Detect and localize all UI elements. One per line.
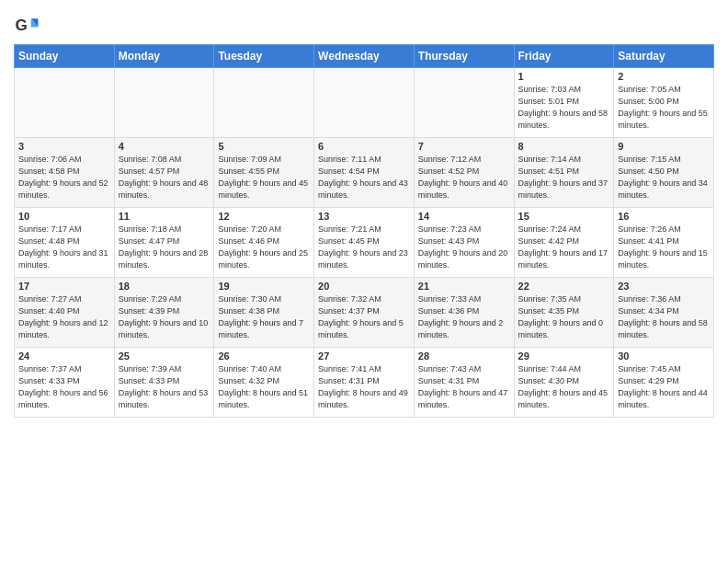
- calendar-cell: 30Sunrise: 7:45 AM Sunset: 4:29 PM Dayli…: [614, 348, 714, 418]
- calendar-cell: [414, 68, 514, 138]
- day-number: 11: [119, 211, 210, 222]
- calendar-cell: 14Sunrise: 7:23 AM Sunset: 4:43 PM Dayli…: [414, 208, 514, 278]
- calendar-cell: 15Sunrise: 7:24 AM Sunset: 4:42 PM Dayli…: [514, 208, 614, 278]
- day-number: 25: [119, 350, 210, 362]
- day-number: 6: [318, 141, 410, 152]
- col-header-wednesday: Wednesday: [314, 45, 415, 68]
- day-info: Sunrise: 7:30 AM Sunset: 4:38 PM Dayligh…: [218, 293, 310, 341]
- day-info: Sunrise: 7:44 AM Sunset: 4:30 PM Dayligh…: [518, 363, 610, 411]
- calendar-cell: 20Sunrise: 7:32 AM Sunset: 4:37 PM Dayli…: [314, 278, 415, 348]
- day-number: 26: [218, 350, 310, 362]
- col-header-saturday: Saturday: [614, 45, 714, 68]
- day-info: Sunrise: 7:15 AM Sunset: 4:50 PM Dayligh…: [618, 154, 710, 201]
- day-number: 16: [618, 211, 710, 222]
- day-number: 10: [18, 211, 110, 222]
- day-number: 13: [318, 211, 410, 222]
- calendar-cell: 29Sunrise: 7:44 AM Sunset: 4:30 PM Dayli…: [514, 348, 614, 418]
- calendar-cell: [314, 68, 415, 138]
- day-info: Sunrise: 7:17 AM Sunset: 4:48 PM Dayligh…: [18, 224, 110, 271]
- day-info: Sunrise: 7:08 AM Sunset: 4:57 PM Dayligh…: [119, 154, 210, 201]
- day-info: Sunrise: 7:32 AM Sunset: 4:37 PM Dayligh…: [318, 293, 410, 341]
- day-number: 28: [418, 350, 510, 362]
- day-number: 15: [518, 211, 610, 222]
- svg-text:G: G: [16, 17, 28, 34]
- col-header-thursday: Thursday: [414, 45, 514, 68]
- day-info: Sunrise: 7:21 AM Sunset: 4:45 PM Dayligh…: [318, 224, 410, 271]
- calendar-cell: [15, 68, 115, 138]
- day-info: Sunrise: 7:26 AM Sunset: 4:41 PM Dayligh…: [618, 224, 710, 271]
- calendar-cell: 2Sunrise: 7:05 AM Sunset: 5:00 PM Daylig…: [614, 68, 714, 138]
- calendar-cell: 8Sunrise: 7:14 AM Sunset: 4:51 PM Daylig…: [514, 138, 614, 208]
- day-info: Sunrise: 7:27 AM Sunset: 4:40 PM Dayligh…: [18, 293, 110, 341]
- calendar-cell: 22Sunrise: 7:35 AM Sunset: 4:35 PM Dayli…: [514, 278, 614, 348]
- day-info: Sunrise: 7:24 AM Sunset: 4:42 PM Dayligh…: [518, 224, 610, 271]
- calendar-cell: 26Sunrise: 7:40 AM Sunset: 4:32 PM Dayli…: [214, 348, 314, 418]
- day-number: 1: [518, 71, 610, 82]
- day-info: Sunrise: 7:14 AM Sunset: 4:51 PM Dayligh…: [518, 154, 610, 201]
- day-number: 18: [119, 281, 210, 292]
- calendar-cell: 3Sunrise: 7:06 AM Sunset: 4:58 PM Daylig…: [15, 138, 115, 208]
- day-number: 24: [18, 350, 110, 362]
- day-info: Sunrise: 7:11 AM Sunset: 4:54 PM Dayligh…: [318, 154, 410, 201]
- calendar-cell: 9Sunrise: 7:15 AM Sunset: 4:50 PM Daylig…: [614, 138, 714, 208]
- calendar-cell: 27Sunrise: 7:41 AM Sunset: 4:31 PM Dayli…: [314, 348, 415, 418]
- day-info: Sunrise: 7:37 AM Sunset: 4:33 PM Dayligh…: [18, 363, 110, 411]
- day-number: 8: [518, 141, 610, 152]
- calendar-cell: 19Sunrise: 7:30 AM Sunset: 4:38 PM Dayli…: [214, 278, 314, 348]
- calendar-cell: 24Sunrise: 7:37 AM Sunset: 4:33 PM Dayli…: [15, 348, 115, 418]
- day-info: Sunrise: 7:23 AM Sunset: 4:43 PM Dayligh…: [418, 224, 510, 271]
- calendar-cell: 28Sunrise: 7:43 AM Sunset: 4:31 PM Dayli…: [414, 348, 514, 418]
- day-info: Sunrise: 7:09 AM Sunset: 4:55 PM Dayligh…: [218, 154, 310, 201]
- day-number: 7: [418, 141, 510, 152]
- day-number: 30: [618, 350, 710, 362]
- calendar-cell: 7Sunrise: 7:12 AM Sunset: 4:52 PM Daylig…: [414, 138, 514, 208]
- calendar-cell: 12Sunrise: 7:20 AM Sunset: 4:46 PM Dayli…: [214, 208, 314, 278]
- day-info: Sunrise: 7:35 AM Sunset: 4:35 PM Dayligh…: [518, 293, 610, 341]
- calendar-cell: 5Sunrise: 7:09 AM Sunset: 4:55 PM Daylig…: [214, 138, 314, 208]
- day-info: Sunrise: 7:41 AM Sunset: 4:31 PM Dayligh…: [318, 363, 410, 411]
- calendar-cell: 23Sunrise: 7:36 AM Sunset: 4:34 PM Dayli…: [614, 278, 714, 348]
- day-number: 29: [518, 350, 610, 362]
- day-info: Sunrise: 7:05 AM Sunset: 5:00 PM Dayligh…: [618, 84, 710, 132]
- col-header-tuesday: Tuesday: [214, 45, 314, 68]
- day-number: 17: [18, 281, 110, 292]
- day-info: Sunrise: 7:39 AM Sunset: 4:33 PM Dayligh…: [119, 363, 210, 411]
- day-number: 3: [18, 141, 110, 152]
- calendar-cell: 16Sunrise: 7:26 AM Sunset: 4:41 PM Dayli…: [614, 208, 714, 278]
- day-info: Sunrise: 7:45 AM Sunset: 4:29 PM Dayligh…: [618, 363, 710, 411]
- day-number: 27: [318, 350, 410, 362]
- day-number: 19: [218, 281, 310, 292]
- calendar-cell: 13Sunrise: 7:21 AM Sunset: 4:45 PM Dayli…: [314, 208, 415, 278]
- calendar-cell: 25Sunrise: 7:39 AM Sunset: 4:33 PM Dayli…: [114, 348, 214, 418]
- day-number: 22: [518, 281, 610, 292]
- calendar-cell: 10Sunrise: 7:17 AM Sunset: 4:48 PM Dayli…: [15, 208, 115, 278]
- day-info: Sunrise: 7:33 AM Sunset: 4:36 PM Dayligh…: [418, 293, 510, 341]
- calendar-cell: 4Sunrise: 7:08 AM Sunset: 4:57 PM Daylig…: [114, 138, 214, 208]
- day-info: Sunrise: 7:20 AM Sunset: 4:46 PM Dayligh…: [218, 224, 310, 271]
- col-header-monday: Monday: [114, 45, 214, 68]
- day-info: Sunrise: 7:29 AM Sunset: 4:39 PM Dayligh…: [119, 293, 210, 341]
- day-number: 12: [218, 211, 310, 222]
- logo: G: [14, 13, 43, 39]
- col-header-sunday: Sunday: [15, 45, 115, 68]
- day-info: Sunrise: 7:36 AM Sunset: 4:34 PM Dayligh…: [618, 293, 710, 341]
- day-number: 2: [618, 71, 710, 82]
- day-info: Sunrise: 7:12 AM Sunset: 4:52 PM Dayligh…: [418, 154, 510, 201]
- day-number: 23: [618, 281, 710, 292]
- day-number: 14: [418, 211, 510, 222]
- calendar-cell: [114, 68, 214, 138]
- day-number: 21: [418, 281, 510, 292]
- day-info: Sunrise: 7:06 AM Sunset: 4:58 PM Dayligh…: [18, 154, 110, 201]
- calendar-cell: 11Sunrise: 7:18 AM Sunset: 4:47 PM Dayli…: [114, 208, 214, 278]
- calendar-cell: 6Sunrise: 7:11 AM Sunset: 4:54 PM Daylig…: [314, 138, 415, 208]
- day-number: 9: [618, 141, 710, 152]
- day-info: Sunrise: 7:18 AM Sunset: 4:47 PM Dayligh…: [119, 224, 210, 271]
- calendar-cell: 21Sunrise: 7:33 AM Sunset: 4:36 PM Dayli…: [414, 278, 514, 348]
- calendar-cell: 18Sunrise: 7:29 AM Sunset: 4:39 PM Dayli…: [114, 278, 214, 348]
- day-info: Sunrise: 7:40 AM Sunset: 4:32 PM Dayligh…: [218, 363, 310, 411]
- day-number: 5: [218, 141, 310, 152]
- day-info: Sunrise: 7:03 AM Sunset: 5:01 PM Dayligh…: [518, 84, 610, 132]
- calendar-cell: 1Sunrise: 7:03 AM Sunset: 5:01 PM Daylig…: [514, 68, 614, 138]
- calendar-cell: 17Sunrise: 7:27 AM Sunset: 4:40 PM Dayli…: [15, 278, 115, 348]
- calendar-table: SundayMondayTuesdayWednesdayThursdayFrid…: [14, 44, 714, 418]
